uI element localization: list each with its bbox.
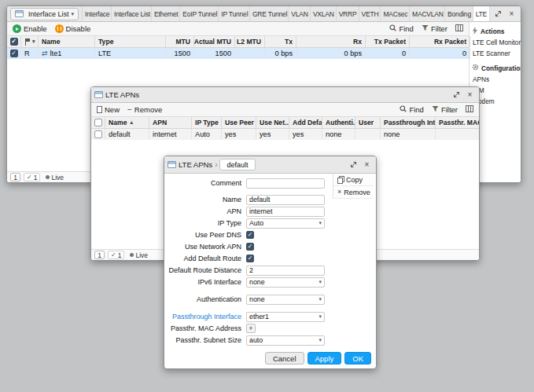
use-network-apn-checkbox[interactable]: ✓ <box>246 243 254 251</box>
tab-interface-list[interactable]: Interface List <box>112 6 152 21</box>
row-checkbox[interactable] <box>94 130 102 138</box>
apn-input[interactable] <box>246 207 325 217</box>
column-name[interactable]: Name <box>39 36 95 47</box>
column-rx[interactable]: Rx <box>296 36 366 47</box>
ip-type-select[interactable]: Auto ▾ <box>246 218 325 229</box>
tab-vxlan[interactable]: VXLAN <box>311 6 337 21</box>
filter-button[interactable]: Filter <box>418 22 451 35</box>
tab-interface[interactable]: Interface <box>82 6 112 21</box>
remove-button[interactable]: − Remove <box>124 103 165 116</box>
live-toggle[interactable]: Live <box>43 173 66 181</box>
live-dot-icon <box>46 175 50 179</box>
tab-vrrp[interactable]: VRRP <box>337 6 359 21</box>
page-number-button[interactable]: 1 <box>94 251 105 259</box>
select-all-checkbox[interactable] <box>94 119 102 126</box>
tab-ethernet[interactable]: Ethernet <box>152 6 180 21</box>
row-mtu: 1500 <box>166 48 194 59</box>
row-user <box>355 129 381 140</box>
name-input[interactable] <box>246 195 325 205</box>
tab-macvlan[interactable]: MACVLAN <box>410 6 445 21</box>
tab-vlan[interactable]: VLAN <box>289 6 311 21</box>
column-tx[interactable]: Tx <box>265 36 296 47</box>
sidebar-item-apns[interactable]: APNs <box>472 74 521 85</box>
flag-icon <box>24 38 31 46</box>
ipv6-interface-select[interactable]: none ▾ <box>246 277 325 288</box>
column-apn[interactable]: APN <box>149 117 192 128</box>
column-passthr-mac[interactable]: Passthr. MAC A... <box>436 117 480 128</box>
tab-macsec[interactable]: MACsec <box>381 6 410 21</box>
comment-input[interactable] <box>246 178 325 189</box>
funnel-icon <box>432 105 439 114</box>
column-use-network-apn[interactable]: Use Net... <box>256 117 289 128</box>
columns-icon <box>466 105 473 114</box>
apn-row-default[interactable]: default internet Auto yes yes yes none n… <box>91 129 479 140</box>
column-ip-type[interactable]: IP Type <box>192 117 222 128</box>
disable-button[interactable]: Disable <box>52 22 94 35</box>
live-dot-icon <box>130 253 134 257</box>
cancel-button[interactable]: Cancel <box>265 352 304 365</box>
apn-label: APN <box>164 207 246 215</box>
column-type[interactable]: Type <box>95 36 166 47</box>
column-flags[interactable]: ▾ <box>21 36 39 47</box>
column-mtu[interactable]: MTU <box>166 36 194 47</box>
passthr-mac-address-label: Passthr. MAC Address <box>164 324 246 332</box>
use-network-apn-label: Use Network APN <box>164 243 246 251</box>
column-passthrough-interface[interactable]: Passthrough Interf... <box>381 117 436 128</box>
passthr-subnet-size-select[interactable]: auto ▾ <box>246 335 325 346</box>
column-l2-mtu[interactable]: L2 MTU <box>235 36 265 47</box>
column-actual-mtu[interactable]: Actual MTU <box>194 36 235 47</box>
column-add-default-route[interactable]: Add Defa... <box>289 117 322 128</box>
new-button[interactable]: New <box>94 103 123 116</box>
apn-detail-window: LTE APNs › default × Copy × Remove Comme… <box>164 156 377 369</box>
columns-button[interactable] <box>462 103 477 116</box>
column-rx-packet[interactable]: Rx Packet <box>410 36 470 47</box>
use-peer-dns-checkbox[interactable]: ✓ <box>246 231 254 239</box>
chevron-down-icon: ▾ <box>319 220 322 226</box>
filter-button[interactable]: Filter <box>429 103 461 116</box>
row-checkbox[interactable]: ✓ <box>10 49 18 57</box>
tab-bonding[interactable]: Bonding <box>445 6 473 21</box>
column-name[interactable]: Name▴ <box>105 117 149 128</box>
row-type: LTE <box>95 48 166 59</box>
close-icon[interactable]: × <box>361 159 373 170</box>
popout-icon[interactable] <box>492 8 504 20</box>
add-default-route-checkbox[interactable]: ✓ <box>246 255 254 262</box>
select-all-checkbox[interactable]: ✓ <box>10 38 18 46</box>
sidebar-item-lte-scanner[interactable]: LTE Scanner <box>472 48 521 59</box>
tab-eoip-tunnel[interactable]: EoIP Tunnel <box>180 6 219 21</box>
check-icon: ✓ <box>111 252 116 258</box>
sidebar-actions-header: Actions <box>472 25 521 37</box>
live-toggle[interactable]: Live <box>127 251 150 259</box>
close-icon[interactable]: × <box>464 89 476 101</box>
tab-lte[interactable]: LTE <box>473 6 490 21</box>
sidebar-item-lte-cell-monitor[interactable]: LTE Cell Monitor <box>472 37 521 48</box>
columns-button[interactable] <box>452 22 466 35</box>
sidebar-configuration-header: Configuration <box>472 62 521 74</box>
column-authentication[interactable]: Authenti... <box>322 117 355 128</box>
passthr-mac-add-button[interactable]: + <box>246 324 256 333</box>
ok-button[interactable]: OK <box>344 352 371 365</box>
default-route-distance-input[interactable] <box>246 266 325 276</box>
column-user[interactable]: User <box>355 117 381 128</box>
tab-gre-tunnel[interactable]: GRE Tunnel <box>250 6 289 21</box>
column-tx-packet[interactable]: Tx Packet <box>366 36 410 47</box>
find-button[interactable]: Find <box>396 103 426 116</box>
close-icon[interactable]: × <box>506 8 517 20</box>
apply-button[interactable]: Apply <box>308 352 342 365</box>
find-button[interactable]: Find <box>386 22 416 35</box>
apn-detail-titlebar: LTE APNs › default × <box>164 156 376 174</box>
popout-icon[interactable] <box>348 159 359 170</box>
row-tx-packet: 0 <box>366 48 410 59</box>
window-menu-button[interactable]: Interface List ▾ <box>10 8 79 20</box>
tab-veth[interactable]: VETH <box>359 6 381 21</box>
authentication-label: Authentication <box>164 295 246 303</box>
popout-icon[interactable] <box>451 89 462 101</box>
table-row-lte1[interactable]: ✓ R ⇄lte1 LTE 1500 1500 0 bps 0 bps 0 0 <box>7 48 469 59</box>
passthrough-interface-select[interactable]: ether1 ▾ <box>246 312 325 322</box>
authentication-select[interactable]: none ▾ <box>246 295 325 305</box>
page-number-button[interactable]: 1 <box>10 173 20 181</box>
enable-button[interactable]: Enable <box>9 22 50 35</box>
tab-ip-tunnel[interactable]: IP Tunnel <box>219 6 250 21</box>
column-use-peer-dns[interactable]: Use Peer ... <box>222 117 256 128</box>
tab-default[interactable]: default <box>219 159 255 170</box>
